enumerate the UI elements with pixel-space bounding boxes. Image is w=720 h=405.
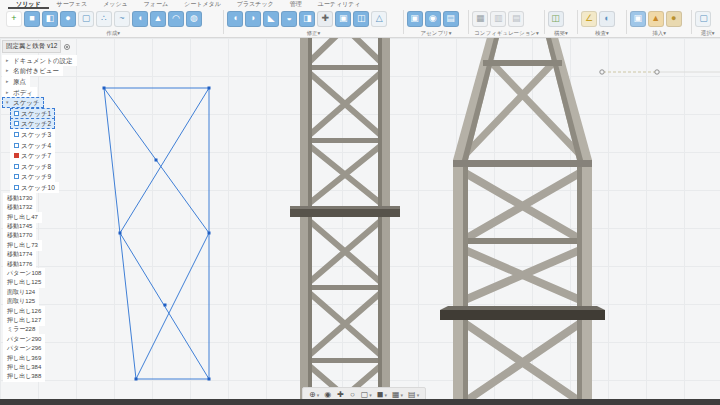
combine-icon[interactable]: ▣ bbox=[335, 11, 351, 27]
sketch-icon bbox=[14, 111, 19, 116]
expand-arrow-icon[interactable]: ▸ bbox=[6, 77, 11, 86]
insert-mesh-icon[interactable]: ▲ bbox=[648, 11, 664, 27]
sketch-item[interactable]: スケッチ3 bbox=[2, 129, 98, 140]
display-settings-icon[interactable]: ◼ ▾ bbox=[375, 391, 389, 399]
pattern-points-icon[interactable]: ∴ bbox=[96, 11, 112, 27]
toolbar-groups: + ■ ◧ ● ▢ ∴ ~ ◖ ▲ ◠ bbox=[0, 9, 720, 37]
toolbar-tabs: ソリッド サーフェス メッシュ フォーム シートメタル プラスチック 管理 ユー… bbox=[0, 0, 720, 9]
tower-body-straight[interactable] bbox=[290, 30, 400, 405]
expand-arrow-icon[interactable]: ▸ bbox=[6, 88, 11, 97]
rigid-group-icon[interactable]: ▤ bbox=[443, 11, 459, 27]
replace-face-icon[interactable]: ◫ bbox=[353, 11, 369, 27]
split-body-icon[interactable]: △ bbox=[371, 11, 387, 27]
new-component-icon[interactable]: ▣ bbox=[407, 11, 423, 27]
sketch-item[interactable]: スケッチ7 bbox=[2, 150, 98, 161]
press-pull-icon[interactable]: ◖ bbox=[227, 11, 243, 27]
browser-item-origin[interactable]: ▸ 原点 bbox=[2, 76, 98, 87]
sketch-item-label: スケッチ4 bbox=[21, 141, 51, 150]
tower-sketch[interactable] bbox=[90, 80, 222, 392]
section-analysis-icon[interactable]: ◐ bbox=[599, 11, 615, 27]
browser-item-label: ドキュメントの設定 bbox=[13, 56, 73, 65]
toolbar-tab[interactable]: 管理 bbox=[282, 0, 310, 9]
active-component-radio[interactable] bbox=[64, 44, 70, 50]
tower-body-tapered[interactable] bbox=[440, 30, 605, 405]
toolbar-tab[interactable]: フォーム bbox=[136, 0, 176, 9]
measure-icon[interactable]: ∠ bbox=[581, 11, 597, 27]
joint-icon[interactable]: ◉ bbox=[425, 11, 441, 27]
toolbar-tab[interactable]: メッシュ bbox=[95, 0, 136, 9]
toolbar-tab[interactable]: プラスチック bbox=[229, 0, 282, 9]
group-label-insert[interactable]: 挿入▾ bbox=[630, 30, 689, 37]
group-label-configuration[interactable]: コンフィギュレーション▾ bbox=[472, 30, 540, 37]
sketch-item-label: スケッチ7 bbox=[21, 151, 51, 160]
sketch-item[interactable]: スケッチ4 bbox=[2, 140, 98, 151]
group-label-assembly[interactable]: アセンブリ▾ bbox=[407, 30, 466, 37]
expand-arrow-icon[interactable]: ▾ bbox=[6, 98, 11, 107]
sketch-icon bbox=[14, 121, 19, 126]
orbit-icon[interactable]: ⊕ ▾ bbox=[307, 391, 321, 399]
sketch-item[interactable]: スケッチ8 bbox=[2, 161, 98, 172]
group-label-construct[interactable]: 構築▾ bbox=[548, 30, 575, 37]
browser-item-sketches-folder[interactable]: ▾ スケッチ bbox=[2, 97, 98, 108]
canvas-image-icon[interactable]: ▣ bbox=[630, 11, 646, 27]
expand-arrow-icon[interactable]: ▸ bbox=[6, 66, 11, 75]
expand-arrow-icon[interactable]: ▸ bbox=[6, 56, 11, 65]
sketch-item-label: スケッチ1 bbox=[21, 109, 51, 118]
browser-panel: 固定翼と鉄骨 v12 ▸ ドキュメントの設定 ▸ bbox=[2, 40, 98, 382]
browser-item-label: スケッチ bbox=[13, 98, 40, 107]
extrude-icon[interactable]: ◧ bbox=[42, 11, 58, 27]
sketch-item[interactable]: スケッチ10 bbox=[2, 182, 98, 193]
fillet-icon[interactable]: ◗ bbox=[245, 11, 261, 27]
fit-icon[interactable]: ▢ ▾ bbox=[359, 391, 374, 399]
group-label-select[interactable]: 選択▾ bbox=[695, 30, 720, 37]
config-insert-icon[interactable]: ▥ bbox=[490, 11, 506, 27]
pipe-icon[interactable]: ◖ bbox=[132, 11, 148, 27]
browser-item-document-settings[interactable]: ▸ ドキュメントの設定 bbox=[2, 55, 98, 66]
draft-icon[interactable]: ◨ bbox=[299, 11, 315, 27]
shell-icon[interactable]: ◒ bbox=[281, 11, 297, 27]
insert-mcmaster-icon[interactable]: ● bbox=[666, 11, 682, 27]
move-icon[interactable]: ✚ bbox=[317, 11, 333, 27]
toolbar-group-inspect: ∠ ◐ 検査▾ bbox=[581, 9, 623, 37]
sketch-item[interactable]: スケッチ2 bbox=[2, 119, 98, 130]
toolbar-tab[interactable]: ソリッド bbox=[8, 0, 49, 9]
offset-plane-icon[interactable]: ◫ bbox=[548, 11, 564, 27]
sketch-item[interactable]: スケッチ1 bbox=[2, 108, 98, 119]
grid-snap-icon[interactable]: ▦ ▾ bbox=[390, 391, 405, 399]
cone-icon[interactable]: ▲ bbox=[150, 11, 166, 27]
construction-line[interactable] bbox=[595, 66, 720, 79]
group-label-inspect[interactable]: 検査▾ bbox=[581, 30, 623, 37]
fusion360-window: ソリッド サーフェス メッシュ フォーム シートメタル プラスチック 管理 ユー… bbox=[0, 0, 720, 405]
config-table-icon[interactable]: ▦ bbox=[472, 11, 488, 27]
chamfer-icon[interactable]: ◣ bbox=[263, 11, 279, 27]
pan-icon[interactable]: ✚ bbox=[335, 391, 347, 399]
dropdown-arrow-icon: ▾ bbox=[384, 392, 387, 398]
config-manage-icon[interactable]: ▤ bbox=[508, 11, 524, 27]
sketch-item-label: スケッチ10 bbox=[21, 183, 55, 192]
look-at-icon[interactable]: ◉ bbox=[322, 391, 334, 399]
toolbar-tab[interactable]: シートメタル bbox=[176, 0, 229, 9]
sketch-icon bbox=[14, 174, 19, 179]
browser-item-bodies[interactable]: ▸ ボディ bbox=[2, 87, 98, 98]
zoom-icon[interactable]: ○ bbox=[348, 391, 358, 399]
spline-icon[interactable]: ~ bbox=[114, 11, 130, 27]
boundary-fill-icon[interactable]: ◍ bbox=[186, 11, 202, 27]
toolbar: ソリッド サーフェス メッシュ フォーム シートメタル プラスチック 管理 ユー… bbox=[0, 0, 720, 38]
box-icon[interactable]: ■ bbox=[24, 11, 40, 27]
group-label-modify[interactable]: 修正▾ bbox=[227, 30, 400, 37]
create-sketch-icon[interactable]: + bbox=[6, 11, 22, 27]
form-icon[interactable]: ◠ bbox=[168, 11, 184, 27]
derive-icon[interactable]: ▢ bbox=[78, 11, 94, 27]
divider bbox=[691, 10, 692, 34]
viewport-canvas[interactable]: 固定翼と鉄骨 v12 ▸ ドキュメントの設定 ▸ bbox=[0, 38, 720, 405]
dropdown-arrow-icon: ▾ bbox=[369, 392, 372, 398]
select-icon[interactable]: ▢ bbox=[695, 11, 711, 27]
feature-item[interactable]: 押し出し388 bbox=[2, 372, 98, 381]
viewports-icon[interactable]: ▤ ▾ bbox=[406, 391, 421, 399]
sketch-item[interactable]: スケッチ9 bbox=[2, 172, 98, 183]
group-label-create[interactable]: 作成▾ bbox=[6, 30, 220, 37]
revolve-icon[interactable]: ● bbox=[60, 11, 76, 27]
toolbar-tab[interactable]: サーフェス bbox=[49, 0, 96, 9]
toolbar-tab[interactable]: ユーティリティ bbox=[310, 0, 369, 9]
browser-item-named-views[interactable]: ▸ 名前付きビュー bbox=[2, 66, 98, 77]
